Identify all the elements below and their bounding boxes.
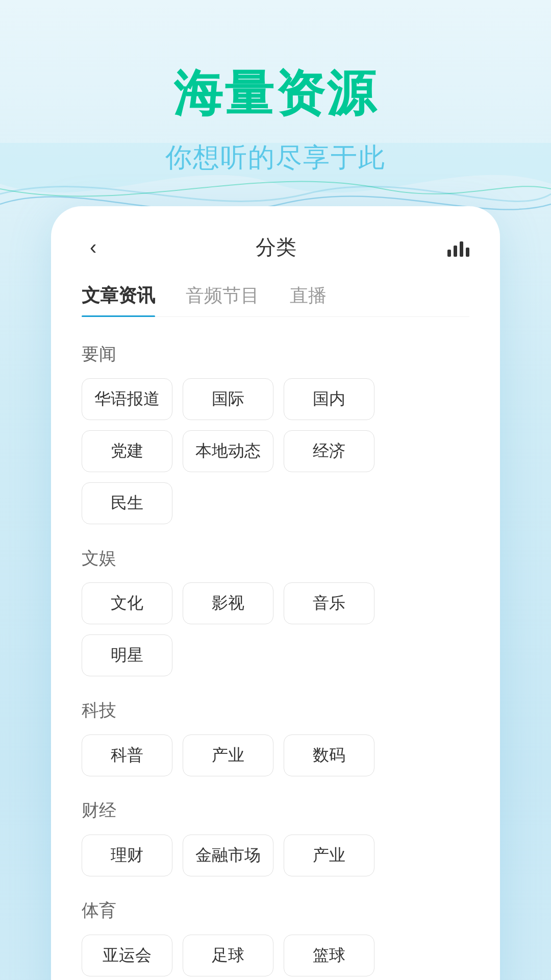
tag-足球[interactable]: 足球 [183,935,273,976]
tag-grid-tech: 科普产业数码 [82,734,469,776]
section-title-sports: 体育 [82,899,469,922]
tag-音乐[interactable]: 音乐 [284,582,374,624]
bar2 [454,246,457,257]
tag-grid-news: 华语报道国际国内党建本地动态经济民生 [82,378,469,524]
bar1 [447,250,451,257]
tag-本地动态[interactable]: 本地动态 [183,430,273,472]
tag-grid-finance: 理财金融市场产业 [82,835,469,876]
hero-section: 海量资源 你想听的尽享于此 [0,0,551,176]
tag-明星[interactable]: 明星 [82,634,172,676]
section-title-finance: 财经 [82,799,469,822]
tag-文化[interactable]: 文化 [82,582,172,624]
section-title-tech: 科技 [82,699,469,722]
tab-audio[interactable]: 音频节目 [186,283,259,316]
bar4 [466,248,469,257]
section-tech: 科技科普产业数码 [82,699,469,776]
tab-live[interactable]: 直播 [290,283,327,316]
hero-title: 海量资源 [0,61,551,128]
section-news: 要闻华语报道国际国内党建本地动态经济民生 [82,342,469,524]
tag-产业[interactable]: 产业 [284,835,374,876]
section-title-news: 要闻 [82,342,469,366]
section-title-entertainment: 文娱 [82,547,469,570]
tag-数码[interactable]: 数码 [284,734,374,776]
tag-国内[interactable]: 国内 [284,378,374,420]
section-finance: 财经理财金融市场产业 [82,799,469,876]
section-sports: 体育亚运会足球篮球综合 [82,899,469,980]
tag-影视[interactable]: 影视 [183,582,273,624]
phone-card: ‹ 分类 文章资讯 音频节目 直播 要闻华语报道国际国内党建本地动态经济民生文娱… [51,206,500,980]
tag-华语报道[interactable]: 华语报道 [82,378,172,420]
tag-产业[interactable]: 产业 [183,734,273,776]
tag-grid-entertainment: 文化影视音乐明星 [82,582,469,676]
stats-icon[interactable] [447,238,469,257]
tag-党建[interactable]: 党建 [82,430,172,472]
top-bar: ‹ 分类 [82,232,469,263]
tab-bar: 文章资讯 音频节目 直播 [82,283,469,317]
section-entertainment: 文娱文化影视音乐明星 [82,547,469,676]
bar3 [460,241,463,257]
tag-grid-sports: 亚运会足球篮球综合 [82,935,469,980]
sections-container: 要闻华语报道国际国内党建本地动态经济民生文娱文化影视音乐明星科技科普产业数码财经… [82,342,469,980]
hero-subtitle: 你想听的尽享于此 [0,140,551,176]
tab-articles[interactable]: 文章资讯 [82,283,155,316]
tag-民生[interactable]: 民生 [82,482,172,524]
tag-篮球[interactable]: 篮球 [284,935,374,976]
page-title: 分类 [256,233,296,261]
tag-经济[interactable]: 经济 [284,430,374,472]
tag-科普[interactable]: 科普 [82,734,172,776]
tag-亚运会[interactable]: 亚运会 [82,935,172,976]
tag-金融市场[interactable]: 金融市场 [183,835,273,876]
tag-理财[interactable]: 理财 [82,835,172,876]
tag-国际[interactable]: 国际 [183,378,273,420]
back-button[interactable]: ‹ [82,232,105,263]
